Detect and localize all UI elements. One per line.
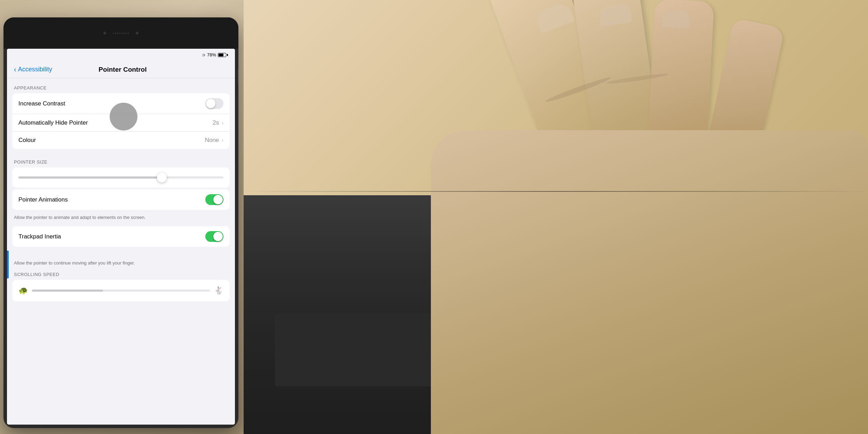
scrolling-speed-track[interactable] — [32, 290, 210, 292]
scroll-slow-icon: 🐢 — [18, 286, 28, 295]
ipad-screen: ⊃ 78% ‹ Accessibility Pointer Control — [7, 49, 235, 425]
battery-percent: 78% — [207, 52, 216, 57]
chevron-right-icon: › — [222, 120, 223, 126]
back-chevron-icon: ‹ — [14, 65, 16, 73]
trackpad-inertia-description: Allow the pointer to continue moving aft… — [7, 257, 235, 272]
colour-label: Colour — [18, 137, 36, 144]
auto-hide-pointer-label: Automatically Hide Pointer — [18, 119, 88, 126]
scroll-fast-icon: 🐇 — [214, 286, 223, 295]
scroll-indicator — [7, 251, 9, 278]
back-label[interactable]: Accessibility — [18, 66, 52, 73]
toggle-thumb — [213, 232, 223, 241]
colour-value: None › — [205, 137, 223, 144]
increase-contrast-label: Increase Contrast — [18, 100, 65, 107]
increase-contrast-toggle[interactable] — [205, 98, 223, 109]
ipad-frame: ⊃ 78% ‹ Accessibility Pointer Control — [3, 17, 238, 428]
speaker-dot — [113, 33, 114, 34]
pointer-size-slider-track[interactable] — [18, 176, 223, 179]
status-bar: ⊃ 78% — [7, 49, 235, 61]
pointer-size-slider-container — [12, 167, 230, 188]
trackpad-inertia-row[interactable]: Trackpad Inertia — [12, 226, 230, 247]
palm-area — [431, 130, 868, 434]
ipad-top-bar — [3, 17, 238, 49]
pointer-animations-description: Allow the pointer to animate and adapt t… — [7, 212, 235, 226]
battery-cap — [227, 54, 228, 56]
back-button[interactable]: ‹ Accessibility — [14, 65, 52, 73]
ipad-photo-background: ⊃ 78% ‹ Accessibility Pointer Control — [0, 0, 244, 434]
speaker-dot — [121, 33, 123, 34]
slider-fill — [18, 176, 162, 179]
trackpad-inertia-toggle[interactable] — [205, 231, 223, 242]
trackpad-inertia-group: Trackpad Inertia — [12, 226, 230, 247]
scrolling-fill — [32, 290, 103, 292]
scrolling-slider-row: 🐢 🐇 — [12, 280, 230, 301]
auto-hide-pointer-current: 2s — [213, 119, 219, 126]
pointer-animations-row[interactable]: Pointer Animations — [12, 189, 230, 210]
trackpad-inertia-label: Trackpad Inertia — [18, 233, 61, 240]
wifi-icon: ⊃ — [202, 53, 205, 57]
animations-group: Pointer Animations — [12, 189, 230, 210]
toggle-thumb — [213, 195, 223, 204]
colour-current: None — [205, 137, 219, 144]
page-title: Pointer Control — [98, 66, 147, 73]
auto-hide-pointer-value: 2s › — [213, 119, 223, 126]
speaker-grille — [113, 33, 129, 34]
appearance-section-label: APPEARANCE — [7, 85, 235, 93]
scrolling-speed-section-label: SCROLLING SPEED — [7, 272, 235, 280]
navigation-bar: ‹ Accessibility Pointer Control — [7, 61, 235, 78]
pointer-size-section — [12, 167, 230, 188]
hand-photo-background — [244, 0, 868, 434]
battery-body — [218, 53, 226, 57]
speaker-dot — [117, 33, 118, 34]
surface-edge-line — [244, 191, 868, 192]
status-icons: ⊃ 78% — [202, 52, 228, 57]
pointer-animations-label: Pointer Animations — [18, 196, 68, 203]
battery-icon — [218, 53, 228, 57]
scrolling-speed-section: 🐢 🐇 — [12, 280, 230, 301]
speaker-dot — [124, 33, 125, 34]
camera-dot-right — [136, 32, 139, 34]
chevron-right-icon: › — [222, 137, 223, 143]
pointer-size-section-label: POINTER SIZE — [7, 159, 235, 167]
pointer-cursor-circle — [110, 103, 137, 131]
speaker-dot — [128, 33, 129, 34]
speaker-dot — [126, 33, 127, 34]
toggle-thumb — [206, 99, 215, 108]
pointer-size-slider-thumb[interactable] — [157, 173, 167, 182]
camera-dot-left — [103, 32, 106, 34]
ipad-side-button — [238, 70, 238, 84]
nail-3 — [662, 10, 691, 29]
colour-row[interactable]: Colour None › — [12, 132, 230, 149]
pointer-animations-toggle[interactable] — [205, 194, 223, 205]
speaker-dot — [119, 33, 120, 34]
battery-fill — [219, 54, 223, 56]
speaker-dot — [115, 33, 116, 34]
